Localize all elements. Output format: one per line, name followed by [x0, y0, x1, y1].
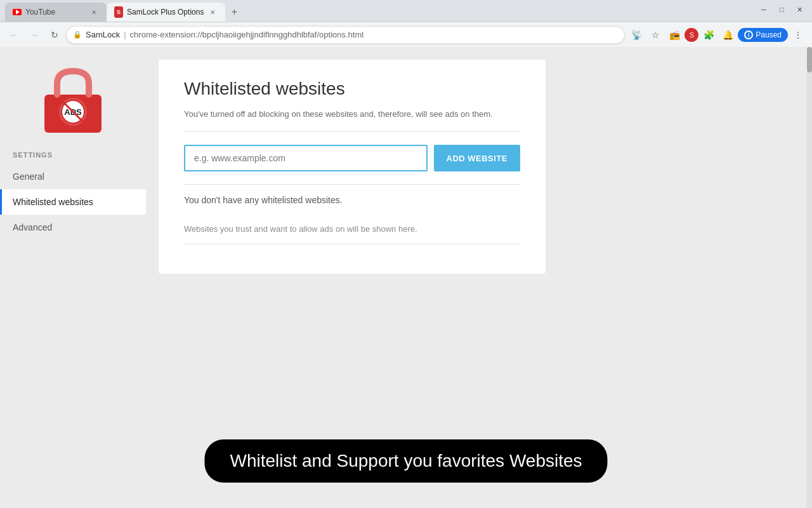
empty-message-1: You don't have any whitelisted websites.: [184, 195, 520, 205]
toolbar-right: 📡 ☆ 📻 S 🧩 🔔 i Paused ⋮: [627, 26, 807, 44]
window-controls: ─ □ ✕: [756, 2, 807, 17]
sidebar-item-whitelisted[interactable]: Whitelisted websites: [0, 189, 146, 215]
samlock-tab-close[interactable]: ✕: [207, 7, 218, 17]
scrollbar-thumb[interactable]: [807, 47, 812, 72]
profile-cast-icon[interactable]: 📡: [627, 26, 645, 44]
samlock-tab-label: SamLock Plus Options: [127, 8, 204, 17]
logo-container: ADS SamBlock: [35, 60, 111, 136]
website-input[interactable]: [184, 145, 428, 171]
add-website-button[interactable]: ADD WEBSITE: [434, 145, 521, 171]
input-row: ADD WEBSITE: [184, 145, 520, 171]
youtube-tab-close[interactable]: ✕: [89, 7, 99, 17]
paused-label: Paused: [756, 30, 782, 39]
svg-text:SamBlock: SamBlock: [53, 135, 94, 136]
paused-button[interactable]: i Paused: [738, 28, 788, 42]
samlock-favicon: S: [114, 8, 123, 17]
sidebar: ADS SamBlock SETTINGS General Whiteliste…: [0, 47, 146, 508]
menu-icon[interactable]: ⋮: [789, 26, 807, 44]
advanced-label: Advanced: [13, 222, 52, 232]
url-separator: |: [124, 30, 126, 39]
site-name: SamLock: [86, 30, 120, 39]
title-bar: YouTube ✕ S SamLock Plus Options ✕ + ─ □…: [0, 0, 812, 22]
cast-icon[interactable]: 📻: [665, 26, 683, 44]
youtube-tab[interactable]: YouTube ✕: [5, 3, 107, 22]
minimize-button[interactable]: ─: [756, 2, 771, 17]
sidebar-item-advanced[interactable]: Advanced: [0, 215, 146, 240]
page-content: ADS SamBlock SETTINGS General Whiteliste…: [0, 47, 812, 508]
maximize-button[interactable]: □: [774, 2, 789, 17]
empty-message-2: Websites you trust and want to allow ads…: [184, 224, 520, 234]
samlock-tab[interactable]: S SamLock Plus Options ✕: [107, 3, 225, 22]
address-bar: ← → ↻ 🔒 SamLock | chrome-extension://bpc…: [0, 22, 812, 47]
scrollbar[interactable]: [807, 47, 812, 508]
url-bar[interactable]: 🔒 SamLock | chrome-extension://bpcljhaoi…: [66, 26, 625, 44]
tooltip-text: Whitelist and Support you favorites Webs…: [230, 451, 582, 471]
samblock-logo: ADS SamBlock: [35, 60, 111, 136]
extensions-icon[interactable]: 🧩: [700, 26, 717, 44]
whitelisted-label: Whitelisted websites: [13, 197, 93, 207]
tooltip-banner: Whitelist and Support you favorites Webs…: [204, 439, 607, 483]
profile-icon-round[interactable]: S: [684, 28, 698, 42]
content-card: Whitelisted websites You've turned off a…: [159, 60, 546, 274]
bookmark-icon[interactable]: ☆: [646, 26, 664, 44]
bell-icon[interactable]: 🔔: [719, 26, 737, 44]
page-title: Whitelisted websites: [184, 79, 520, 99]
youtube-favicon: [13, 8, 22, 17]
sidebar-item-general[interactable]: General: [0, 164, 146, 189]
close-button[interactable]: ✕: [792, 2, 807, 17]
settings-label: SETTINGS: [0, 151, 146, 159]
lock-icon: 🔒: [73, 30, 82, 39]
page-description: You've turned off ad blocking on these w…: [184, 109, 520, 132]
divider-2: [184, 244, 520, 244]
forward-button[interactable]: →: [25, 26, 43, 44]
url-path: chrome-extension://bpcljhaoiigehjjndifln…: [130, 30, 619, 39]
back-button[interactable]: ←: [5, 26, 23, 44]
new-tab-button[interactable]: +: [225, 3, 243, 21]
divider-1: [184, 184, 520, 185]
reload-button[interactable]: ↻: [46, 26, 63, 44]
youtube-tab-label: YouTube: [25, 8, 85, 17]
general-label: General: [13, 171, 44, 182]
